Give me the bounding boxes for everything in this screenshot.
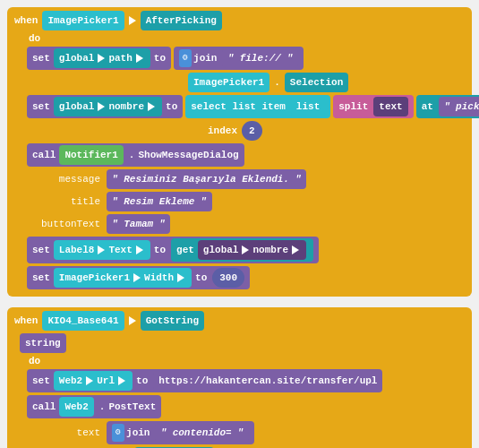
imagepicker1-width[interactable]: ImagePicker1 Width	[54, 268, 192, 288]
text-label: text	[41, 427, 104, 438]
message-row: message " Resiminiz Başarıyla Eklendi. "	[41, 169, 466, 189]
web2-component[interactable]: Web2	[59, 397, 93, 417]
imagepicker-selection-row: ImagePicker1 . Selection	[188, 73, 466, 92]
component-imagepicker1[interactable]: ImagePicker1	[42, 11, 124, 30]
message-label: message	[41, 174, 104, 185]
set-imagepicker-width-row: set ImagePicker1 Width to 300	[27, 266, 466, 289]
selection-property[interactable]: Selection	[285, 73, 348, 92]
set-label8-text-row: set Label8 Text to get global nombre	[27, 237, 466, 263]
global-path-var[interactable]: global path	[54, 48, 150, 68]
set-url-block[interactable]: set Web2 Url to https://hakantercan.site…	[27, 369, 382, 392]
string-param-row: string	[20, 333, 466, 353]
url-value: https://hakantercan.site/transfer/upload…	[153, 371, 377, 391]
select-list-item-block[interactable]: select list item list	[185, 95, 330, 118]
set-label8-text-block[interactable]: set Label8 Text to get global nombre	[27, 237, 319, 263]
title-row: title " Resim Ekleme "	[41, 192, 466, 211]
trigger-afterpicking[interactable]: AfterPicking	[141, 11, 222, 30]
kio4-component[interactable]: KIO4_Base641	[42, 311, 124, 331]
when-keyword-2: when	[13, 315, 39, 326]
global-path-ref[interactable]: at " picked_image "	[416, 95, 479, 118]
event-block-1: when ImagePicker1 AfterPicking do set gl…	[7, 7, 472, 297]
gotstring-trigger[interactable]: GotString	[141, 311, 204, 331]
file-string: " file:// "	[222, 48, 298, 68]
do-keyword: do	[27, 33, 466, 44]
when-keyword: when	[13, 15, 39, 26]
label8-component-text[interactable]: Label8 Text	[54, 240, 150, 260]
blocks-workspace: when ImagePicker1 AfterPicking do set gl…	[0, 0, 479, 448]
index-label: index	[206, 125, 239, 136]
set-nombre-block[interactable]: set global nombre to	[27, 95, 183, 118]
do-section-1: do set global path to ⚙ join " file:	[27, 33, 466, 289]
title-label: title	[41, 196, 104, 207]
call-notifier-row: call Notifier1 . ShowMessageDialog	[27, 143, 466, 167]
global-nombre-var[interactable]: global nombre	[54, 97, 162, 116]
buttontext-label: buttonText	[41, 219, 104, 229]
title-value: " Resim Ekleme "	[107, 192, 212, 211]
picked-image-str: " picked_image "	[439, 97, 479, 116]
do-keyword-2: do	[27, 356, 466, 366]
buttontext-value: " Tamam "	[107, 214, 170, 234]
set-path-row: set global path to ⚙ join " file:// "	[27, 47, 466, 70]
width-value: 300	[212, 268, 244, 288]
text-join-row: text ⚙ join " contenido= "	[41, 421, 466, 444]
index-number: 2	[242, 121, 262, 141]
string-param: string	[20, 333, 66, 353]
set-width-block[interactable]: set ImagePicker1 Width to 300	[27, 266, 250, 289]
event-header-1: when ImagePicker1 AfterPicking	[13, 11, 466, 30]
do-section-2: do set Web2 Url to https://hakantercan.s…	[27, 356, 466, 448]
get-global-nombre[interactable]: get global nombre	[171, 238, 313, 262]
contenido-str: " contenido= "	[155, 423, 248, 443]
list-label: list	[291, 97, 325, 116]
web2-url[interactable]: Web2 Url	[54, 371, 133, 391]
event-block-2: when KIO4_Base641 GotString string do se…	[7, 307, 472, 448]
call-posttext-row: call Web2 . PostText	[27, 395, 466, 418]
notifier1-component[interactable]: Notifier1	[59, 145, 123, 165]
call-posttext-block[interactable]: call Web2 . PostText	[27, 395, 161, 418]
join-icon-2: ⚙	[112, 424, 124, 442]
event-header-2: when KIO4_Base641 GotString	[13, 311, 466, 331]
imagepicker1-component[interactable]: ImagePicker1	[188, 73, 269, 92]
join-block-2[interactable]: ⚙ join " contenido= "	[107, 421, 254, 444]
global-nombre-get: global nombre	[198, 240, 306, 260]
call-block[interactable]: call Notifier1 . ShowMessageDialog	[27, 143, 244, 167]
join-block[interactable]: ⚙ join " file:// "	[174, 47, 304, 70]
button-text-row: buttonText " Tamam "	[41, 214, 466, 234]
set-url-row: set Web2 Url to https://hakantercan.site…	[27, 369, 466, 392]
text-label-split: text	[373, 97, 407, 116]
set-block[interactable]: set global path to	[27, 47, 171, 70]
index-row: index 2	[206, 121, 466, 141]
set-nombre-row: set global nombre to select list item li…	[27, 95, 466, 118]
join-icon: ⚙	[179, 49, 192, 67]
dot-sep: .	[274, 77, 280, 88]
split-block[interactable]: split text	[333, 95, 413, 118]
message-value: " Resiminiz Başarıyla Eklendi. "	[107, 169, 306, 189]
